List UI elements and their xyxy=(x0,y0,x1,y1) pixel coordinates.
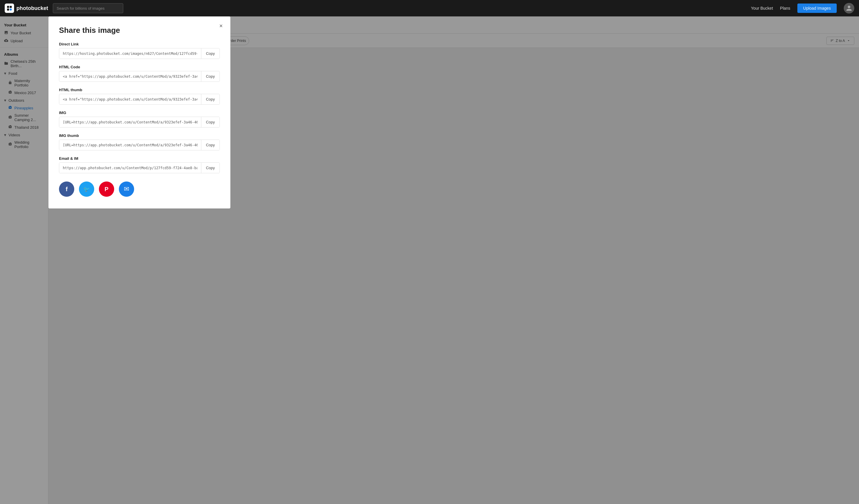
email-im-copy-button[interactable]: Copy xyxy=(201,163,220,173)
twitter-icon: 🐦 xyxy=(84,186,90,192)
html-thumb-input[interactable] xyxy=(59,94,201,105)
email-im-row: Copy xyxy=(59,162,220,173)
logo-text: photobucket xyxy=(16,5,48,12)
html-thumb-group: HTML thumb Copy xyxy=(59,88,220,105)
direct-link-label: Direct Link xyxy=(59,42,220,46)
upload-images-button[interactable]: Upload Images xyxy=(797,3,837,13)
twitter-share-button[interactable]: 🐦 xyxy=(79,182,94,197)
direct-link-input[interactable] xyxy=(59,49,201,59)
svg-rect-1 xyxy=(10,6,12,8)
html-code-input[interactable] xyxy=(59,72,201,81)
facebook-share-button[interactable]: f xyxy=(59,182,74,197)
svg-point-3 xyxy=(10,9,12,11)
html-code-group: HTML Code Copy xyxy=(59,65,220,82)
logo-icon xyxy=(5,3,14,13)
plans-link[interactable]: Plans xyxy=(780,6,790,11)
svg-rect-0 xyxy=(7,6,9,8)
img-thumb-copy-button[interactable]: Copy xyxy=(201,140,220,150)
img-thumb-input[interactable] xyxy=(59,140,201,150)
direct-link-row: Copy xyxy=(59,48,220,59)
email-icon: ✉ xyxy=(124,185,129,193)
header: photobucket Your Bucket Plans Upload Ima… xyxy=(0,0,859,16)
pinterest-icon: P xyxy=(104,186,108,193)
img-thumb-row: Copy xyxy=(59,140,220,151)
email-im-group: Email & IM Copy xyxy=(59,156,220,173)
logo[interactable]: photobucket xyxy=(5,3,48,13)
pinterest-share-button[interactable]: P xyxy=(99,182,114,197)
svg-rect-2 xyxy=(7,9,9,11)
modal-overlay[interactable]: × Share this image Direct Link Copy HTML… xyxy=(0,16,859,504)
img-label: IMG xyxy=(59,111,220,115)
html-thumb-row: Copy xyxy=(59,94,220,105)
facebook-icon: f xyxy=(66,186,68,193)
modal-title: Share this image xyxy=(59,26,220,35)
html-code-copy-button[interactable]: Copy xyxy=(201,71,220,81)
img-copy-button[interactable]: Copy xyxy=(201,117,220,127)
img-thumb-group: IMG thumb Copy xyxy=(59,133,220,151)
your-bucket-link[interactable]: Your Bucket xyxy=(751,6,773,11)
img-group: IMG Copy xyxy=(59,111,220,128)
header-nav: Your Bucket Plans Upload Images xyxy=(751,3,854,14)
html-code-row: Copy xyxy=(59,71,220,82)
img-input[interactable] xyxy=(59,117,201,127)
img-row: Copy xyxy=(59,117,220,128)
direct-link-group: Direct Link Copy xyxy=(59,42,220,59)
email-im-label: Email & IM xyxy=(59,156,220,161)
search-input[interactable] xyxy=(53,3,123,13)
direct-link-copy-button[interactable]: Copy xyxy=(201,48,220,59)
avatar[interactable] xyxy=(844,3,854,14)
html-code-label: HTML Code xyxy=(59,65,220,69)
social-share-row: f 🐦 P ✉ xyxy=(59,182,220,197)
html-thumb-label: HTML thumb xyxy=(59,88,220,92)
email-im-input[interactable] xyxy=(59,163,201,173)
modal-close-button[interactable]: × xyxy=(216,21,226,31)
html-thumb-copy-button[interactable]: Copy xyxy=(201,94,220,105)
share-modal: × Share this image Direct Link Copy HTML… xyxy=(48,16,230,208)
img-thumb-label: IMG thumb xyxy=(59,133,220,138)
email-share-button[interactable]: ✉ xyxy=(119,182,134,197)
